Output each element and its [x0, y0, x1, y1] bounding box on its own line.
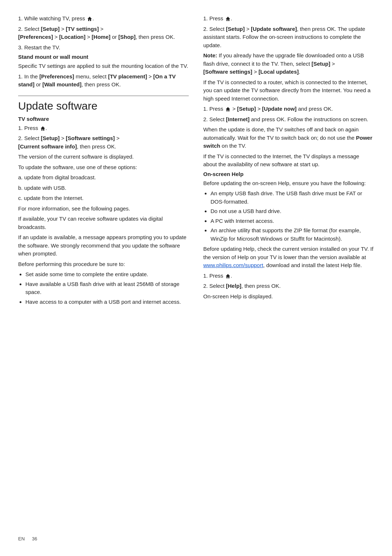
help-step2: 2. Select [Help], then press OK.: [203, 282, 374, 290]
tv-step2-desc: The version of the current software is d…: [18, 153, 189, 161]
step2-text: 2. Select [Setup] > [TV settings] > [Pre…: [18, 25, 189, 41]
onscreen-title: On-screen Help: [203, 171, 374, 177]
list-item: Do not use a USB hard drive.: [211, 207, 374, 216]
broadcast-desc2: If an update is available, a message app…: [18, 233, 189, 258]
list-item: An archive utility that supports the ZIP…: [211, 226, 374, 243]
update-software-title: Update software: [18, 100, 189, 112]
check-desc: Before updating Help, check the current …: [203, 245, 374, 270]
option-b: b. update with USB.: [18, 184, 189, 192]
list-item: Set aside some time to complete the enti…: [25, 270, 189, 279]
svg-marker-4: [226, 274, 230, 278]
update-software-section: Update software TV software 1. Press . 2…: [18, 100, 189, 306]
mount-title: Stand mount or wall mount: [18, 54, 189, 60]
step3-text: 3. Restart the TV.: [18, 44, 189, 52]
update-desc: To update the software, use one of these…: [18, 163, 189, 172]
list-item: Have access to a computer with a USB por…: [25, 298, 189, 306]
right-column: 1. Press . 2. Select [Setup] > [Update s…: [203, 15, 374, 308]
more-info: For more information, see the following …: [18, 205, 189, 213]
help-step1: 1. Press .: [203, 272, 374, 280]
before-list: Set aside some time to complete the enti…: [25, 270, 189, 306]
home-icon: [87, 16, 92, 21]
top-section: 1. While watching TV, press . 2. Select …: [18, 15, 189, 89]
right-step1: 1. Press .: [203, 15, 374, 23]
svg-marker-2: [226, 17, 230, 21]
footer: EN 36: [18, 536, 37, 541]
help-step3: On-screen Help is displayed.: [203, 293, 374, 301]
svg-marker-1: [41, 126, 45, 131]
before-desc: Before performing this procedure be sure…: [18, 260, 189, 269]
right-step2: 2. Select [Setup] > [Update software], t…: [203, 25, 374, 50]
internet-desc1: If the TV is connected to a router, whic…: [203, 78, 374, 103]
option-a: a. update from digital broadcast.: [18, 173, 189, 182]
svg-marker-0: [87, 17, 92, 21]
footer-page: 36: [32, 536, 37, 541]
home-icon-4: [225, 107, 230, 112]
availability-desc: If the TV is connected to the Internet, …: [203, 152, 374, 169]
section-divider: [18, 95, 189, 96]
broadcast-desc1: If available, your TV can receive softwa…: [18, 215, 189, 231]
tv-software-title: TV software: [18, 116, 189, 122]
philips-link[interactable]: www.philips.com/support: [203, 262, 263, 268]
mount-desc: Specific TV settings are applied to suit…: [18, 62, 189, 70]
update-done-desc: When the update is done, the TV switches…: [203, 126, 374, 150]
tv-step1: 1. Press .: [18, 124, 189, 132]
home-icon-5: [225, 274, 230, 279]
option-c: c. update from the Internet.: [18, 194, 189, 203]
onscreen-desc: Before updating the on-screen Help, ensu…: [203, 179, 374, 188]
onscreen-list: An empty USB flash drive. The USB flash …: [211, 189, 374, 243]
note-text: Note: If you already have the upgrade fi…: [203, 52, 374, 76]
footer-lang: EN: [18, 536, 25, 541]
internet-step2: 2. Select [Internet] and press OK. Follo…: [203, 115, 374, 124]
internet-step1: 1. Press > [Setup] > [Update now] and pr…: [203, 105, 374, 113]
left-column: 1. While watching TV, press . 2. Select …: [18, 15, 189, 308]
mount-step1: 1. In the [Preferences] menu, select [TV…: [18, 73, 189, 89]
svg-marker-3: [226, 107, 230, 111]
home-icon-3: [225, 16, 230, 21]
step1-text: 1. While watching TV, press .: [18, 15, 189, 23]
list-item: A PC with Internet access.: [211, 217, 374, 225]
list-item: An empty USB flash drive. The USB flash …: [211, 189, 374, 206]
home-icon-2: [40, 126, 45, 131]
tv-step2: 2. Select [Setup] > [Software settings] …: [18, 134, 189, 151]
list-item: Have available a USB flash drive with at…: [25, 280, 189, 297]
